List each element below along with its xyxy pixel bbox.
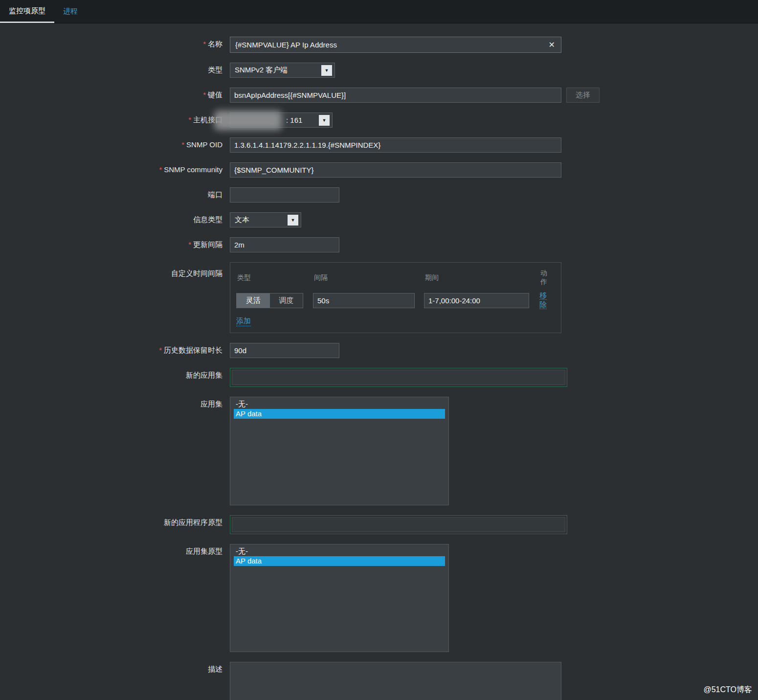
interval-type-toggle: 灵活 调度 [236,293,303,308]
info-type-value: 文本 [235,215,249,225]
name-label: 名称 [0,37,223,53]
custom-intervals-headers: 类型 间隔 期间 动作 [236,269,554,287]
type-select-value: SNMPv2 客户端 [235,66,288,75]
remove-link[interactable]: 移除 [539,291,547,309]
row-new-app-prototype: 新的应用程序原型 [0,515,758,534]
info-type-select[interactable]: 文本 ▼ [230,212,301,227]
header-action: 动作 [539,269,554,287]
add-link[interactable]: 添加 [236,316,251,326]
row-type: 类型 SNMPv2 客户端 ▼ [0,63,758,78]
new-app-prototype-box [230,515,567,534]
new-application-input[interactable] [232,370,565,385]
row-custom-intervals: 自定义时间间隔 类型 间隔 期间 动作 灵活 调度 [0,262,758,333]
toggle-flexible[interactable]: 灵活 [237,294,270,308]
type-select[interactable]: SNMPv2 客户端 ▼ [230,63,335,78]
port-label: 端口 [0,187,223,203]
row-key: 键值 选择 [0,88,758,103]
new-application-box [230,368,567,387]
host-interface-select[interactable]: : 161 ▼ [230,113,333,128]
update-interval-input[interactable] [230,237,339,252]
snmp-oid-label: SNMP OID [0,137,223,153]
name-input-box: ✕ [230,37,561,53]
snmp-oid-input[interactable] [230,137,561,153]
new-application-label: 新的应用集 [0,368,223,387]
list-option-ap-data[interactable]: AP data [234,409,445,419]
tab-process[interactable]: 进程 [54,0,87,23]
app-prototypes-label: 应用集原型 [0,544,223,652]
watermark: @51CTO博客 [703,685,752,695]
host-interface-label: 主机接口 [0,113,223,128]
header-type: 类型 [236,273,313,282]
row-info-type: 信息类型 文本 ▼ [0,212,758,227]
port-input[interactable] [230,187,339,203]
custom-interval-row: 灵活 调度 移除 [236,291,554,310]
key-select-button[interactable]: 选择 [566,88,600,103]
snmp-community-input[interactable] [230,162,561,178]
history-label: 历史数据保留时长 [0,343,223,358]
list-option-none[interactable]: -无- [234,546,445,556]
tab-item-prototype[interactable]: 监控项原型 [0,0,54,23]
header-period: 期间 [424,273,539,282]
new-app-prototype-input[interactable] [232,517,565,532]
row-description: 描述 [0,662,758,700]
key-label: 键值 [0,88,223,103]
tab-process-label: 进程 [63,7,78,16]
list-option-none[interactable]: -无- [234,399,445,409]
key-input[interactable] [230,88,561,103]
chevron-down-icon: ▼ [319,115,330,126]
description-textarea[interactable] [230,662,561,700]
custom-intervals-label: 自定义时间间隔 [0,262,223,333]
clear-icon[interactable]: ✕ [543,40,561,49]
tab-item-prototype-label: 监控项原型 [9,6,45,16]
list-option-ap-data[interactable]: AP data [234,556,445,566]
interval-input[interactable] [313,293,415,308]
new-app-prototype-label: 新的应用程序原型 [0,515,223,534]
header-interval: 间隔 [313,273,424,282]
toggle-scheduling[interactable]: 调度 [270,294,303,308]
tab-bar: 监控项原型 进程 [0,0,758,23]
applications-listbox[interactable]: -无- AP data [230,397,449,505]
row-name: 名称 ✕ [0,37,758,53]
row-app-prototypes: 应用集原型 -无- AP data [0,544,758,652]
update-interval-label: 更新间隔 [0,237,223,252]
row-history: 历史数据保留时长 [0,343,758,358]
chevron-down-icon: ▼ [288,215,298,226]
snmp-community-label: SNMP community [0,162,223,178]
row-new-application: 新的应用集 [0,368,758,387]
row-snmp-community: SNMP community [0,162,758,178]
name-input[interactable] [230,41,543,49]
host-interface-value: : 161 [286,116,302,124]
info-type-label: 信息类型 [0,212,223,227]
item-prototype-form: 名称 ✕ 类型 SNMPv2 客户端 ▼ 键值 选择 主机接口 : [0,23,758,700]
row-update-interval: 更新间隔 [0,237,758,252]
type-label: 类型 [0,63,223,78]
row-port: 端口 [0,187,758,203]
row-host-interface: 主机接口 : 161 ▼ [0,113,758,128]
app-prototypes-listbox[interactable]: -无- AP data [230,544,449,652]
period-input[interactable] [424,293,529,308]
chevron-down-icon: ▼ [321,65,332,76]
description-label: 描述 [0,662,223,700]
applications-label: 应用集 [0,397,223,505]
history-input[interactable] [230,343,339,358]
row-snmp-oid: SNMP OID [0,137,758,153]
row-applications: 应用集 -无- AP data [0,397,758,505]
custom-intervals-box: 类型 间隔 期间 动作 灵活 调度 [230,262,561,333]
